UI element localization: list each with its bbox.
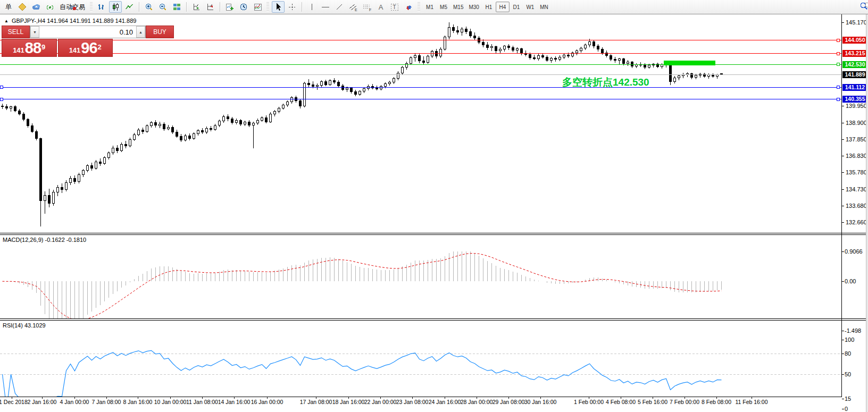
time-tick-mark [170, 397, 171, 399]
panel-splitter[interactable] [0, 318, 868, 321]
toolbar-grip [418, 2, 420, 12]
zoom-in-icon[interactable] [143, 1, 155, 13]
level-price-badge: 142.530 [842, 61, 867, 68]
label-letter: T [393, 4, 396, 10]
macd-indicator[interactable] [0, 234, 841, 318]
timeframe-m1[interactable]: M1 [423, 2, 437, 12]
time-tick-mark [234, 397, 235, 399]
volume-down-button[interactable]: ▼ [30, 26, 39, 38]
time-tick-mark [316, 397, 316, 399]
level-price-badge: 143.215 [842, 50, 867, 57]
macd-tick-mark [842, 251, 844, 252]
periods-icon[interactable]: ▼ [237, 1, 250, 13]
macd-label: MACD(12,26,9) -0.1622 -0.1810 [3, 237, 86, 243]
rsi-indicator[interactable] [0, 320, 841, 397]
chart-shift-icon[interactable] [204, 1, 216, 13]
timeframe-h4[interactable]: H4 [496, 2, 510, 12]
time-tick-mark [202, 397, 203, 399]
time-tick-mark [589, 397, 589, 399]
timeframe-m30[interactable]: M30 [466, 2, 481, 12]
price-tick-mark [842, 189, 844, 190]
time-tick-mark [12, 397, 12, 399]
candlestick-icon[interactable] [109, 1, 122, 13]
time-tick-mark [138, 397, 138, 399]
timeframe-m5[interactable]: M5 [437, 2, 450, 12]
rsi-axis-label: 15 [845, 396, 851, 402]
signals-icon[interactable] [44, 1, 56, 13]
tile-windows-icon[interactable] [170, 1, 183, 13]
volume-control: ▼ ▲ [30, 26, 146, 38]
price-tick-label: 132.660 [846, 219, 868, 225]
trendline-icon[interactable] [333, 1, 346, 13]
time-tick-mark [508, 397, 509, 399]
volume-up-button[interactable]: ▲ [136, 26, 145, 38]
autotrading-button[interactable]: 自动交易 [57, 1, 87, 13]
market-icon[interactable] [30, 1, 43, 13]
new-order-button[interactable]: 单 [2, 1, 15, 13]
time-tick-label: 16 Jan 00:00 [246, 399, 288, 405]
timeframe-h1[interactable]: H1 [482, 2, 496, 12]
buy-price[interactable]: 141 96 2 [58, 39, 113, 57]
price-tick-label: 145.170 [846, 19, 868, 26]
turning-point-annotation[interactable]: 多空转折点142.530 [562, 75, 649, 89]
time-tick-mark [74, 397, 75, 399]
sell-price[interactable]: 141 88 9 [2, 39, 57, 57]
indicators-icon[interactable]: ▼ [223, 1, 236, 13]
timeframe-d1[interactable]: D1 [510, 2, 523, 12]
label-icon[interactable]: T [388, 1, 401, 13]
volume-input[interactable] [39, 26, 136, 38]
macd-tick-mark [842, 331, 844, 331]
rsi-axis-label: 100 [845, 337, 854, 343]
time-axis-border [0, 397, 842, 397]
arrows-icon[interactable]: ▼ [402, 1, 415, 13]
top-toolbar: 单 自动交易 ▼ ▼ ▼ E [0, 0, 868, 14]
macd-axis-label: 0.9066 [845, 248, 863, 255]
bar-chart-icon[interactable] [95, 1, 108, 13]
time-tick-mark [445, 397, 445, 399]
metaeditor-icon[interactable] [16, 1, 29, 13]
time-tick-mark [621, 397, 621, 399]
timeframe-m15[interactable]: M15 [450, 2, 466, 12]
macd-axis-label: 0.00 [845, 278, 856, 284]
time-tick-mark [267, 397, 268, 399]
chart-window[interactable]: ▲ GBPJPY-,H4 141.964 141.991 141.889 141… [0, 14, 868, 412]
crosshair-icon[interactable] [286, 1, 298, 13]
horizontal-line-icon[interactable] [319, 1, 332, 13]
timeframe-w1[interactable]: W1 [523, 2, 537, 12]
buy-button[interactable]: BUY [146, 26, 174, 38]
time-tick-mark [540, 397, 541, 399]
toolbar-grip [266, 2, 269, 12]
templates-icon[interactable]: ▼ [251, 1, 264, 13]
trend-segment[interactable] [664, 61, 715, 65]
rsi-tick-mark [842, 354, 844, 354]
autoscroll-icon[interactable] [190, 1, 203, 13]
macd-tick-mark [842, 281, 844, 282]
level-price-badge: 140.355 [842, 96, 867, 103]
time-tick-mark [477, 397, 477, 399]
channel-icon[interactable]: E [347, 1, 360, 13]
fibonacci-icon[interactable]: F [361, 1, 373, 13]
price-tick-mark [842, 222, 844, 223]
rsi-tick-mark [842, 374, 844, 375]
timeframe-mn[interactable]: MN [537, 2, 551, 12]
candlestick-chart[interactable] [0, 14, 841, 233]
panel-splitter[interactable] [0, 233, 868, 235]
time-tick-mark [348, 397, 349, 399]
channel-letter: E [355, 8, 357, 12]
rsi-tick-mark [842, 409, 844, 409]
rsi-axis-label: 50 [845, 371, 851, 377]
time-tick-mark [412, 397, 413, 399]
vertical-line-icon[interactable] [305, 1, 318, 13]
rsi-tick-mark [842, 399, 844, 399]
rsi-axis-label: 0 [845, 406, 848, 412]
time-tick-mark [752, 397, 752, 399]
line-chart-icon[interactable] [123, 1, 136, 13]
cursor-icon[interactable] [272, 1, 285, 13]
text-icon[interactable]: A [374, 1, 387, 13]
time-tick-mark [685, 397, 685, 399]
time-tick-mark [42, 397, 43, 399]
sell-button[interactable]: SELL [2, 26, 30, 38]
mt4-terminal: { "toolbar": { "new_order_label": "单", "… [0, 0, 868, 412]
fibo-letter: F [369, 8, 371, 12]
zoom-out-icon[interactable] [156, 1, 169, 13]
